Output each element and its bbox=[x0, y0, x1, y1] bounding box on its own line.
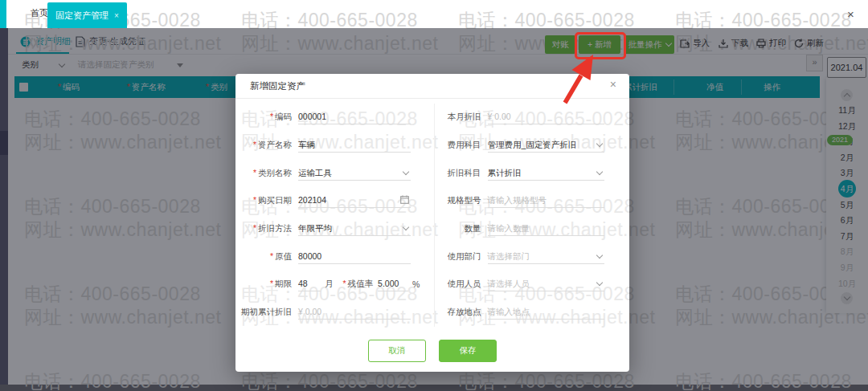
field-row-monthly-depreciation: 本月折旧¥ 0.00 bbox=[441, 104, 630, 132]
window-close-icon[interactable]: × bbox=[847, 7, 854, 21]
modal-title: 新增固定资产 bbox=[235, 74, 629, 99]
field-label-spec-model: 规格型号 bbox=[441, 195, 481, 206]
field-row-original-value: *原值80000 bbox=[240, 242, 434, 271]
modal-close-icon[interactable]: × bbox=[610, 79, 616, 90]
field-label-asset-name: *资产名称 bbox=[240, 140, 292, 151]
input-code[interactable]: 000001 bbox=[298, 110, 411, 124]
input-asset-name[interactable]: 车辆 bbox=[298, 138, 411, 153]
tab-label: 固定资产管理 bbox=[55, 10, 108, 22]
corner-accent bbox=[0, 0, 6, 28]
watermark-text: 电话：400-665-0028 bbox=[458, 369, 629, 372]
field-label-term: *期限 bbox=[240, 279, 292, 290]
field-label-expense-account: 费用科目 bbox=[441, 140, 481, 151]
field-label-initial-accumulated-depreciation: 期初累计折旧 bbox=[240, 307, 292, 318]
input-residual-rate[interactable]: 5.000 bbox=[378, 277, 408, 291]
chevron-down-icon bbox=[596, 252, 602, 259]
input-location[interactable]: 请输入地点 bbox=[488, 305, 604, 320]
field-label-location: 存放地点 bbox=[441, 307, 481, 318]
field-row-depreciation-account: 折旧科目累计折旧 bbox=[441, 159, 630, 187]
tab-fixed-asset-management[interactable]: 固定资产管理 × bbox=[47, 2, 127, 28]
watermark-text: 电话：400-665-0028 bbox=[241, 369, 418, 372]
input-monthly-depreciation[interactable]: ¥ 0.00 bbox=[488, 110, 604, 124]
cancel-button[interactable]: 取消 bbox=[368, 340, 426, 362]
input-depreciation-account[interactable]: 累计折旧 bbox=[488, 166, 604, 181]
field-row-code: *编码000001 bbox=[240, 104, 434, 132]
field-label-monthly-depreciation: 本月折旧 bbox=[441, 112, 481, 123]
calendar-icon bbox=[400, 195, 409, 204]
term-unit: 月 bbox=[325, 279, 334, 290]
input-purchase-date[interactable]: 202104 bbox=[298, 193, 411, 208]
field-row-category-name: *类别名称运输工具 bbox=[240, 159, 434, 187]
field-label-depreciation-method: *折旧方法 bbox=[240, 223, 292, 234]
field-row-term: *期限 48 月 *残值率 5.000 % bbox=[240, 271, 434, 299]
input-original-value[interactable]: 80000 bbox=[298, 250, 411, 264]
input-quantity[interactable]: 请输入数量 bbox=[488, 222, 604, 236]
field-label-purchase-date: *购买日期 bbox=[240, 195, 292, 206]
field-row-department: 使用部门请选择部门 bbox=[441, 242, 630, 271]
field-row-asset-name: *资产名称车辆 bbox=[240, 132, 434, 160]
chevron-down-icon bbox=[596, 279, 602, 286]
input-initial-accumulated-depreciation[interactable]: ¥ 0.00 bbox=[298, 305, 411, 320]
field-row-purchase-date: *购买日期202104 bbox=[240, 187, 434, 215]
chevron-down-icon bbox=[596, 168, 602, 174]
tab-home[interactable]: 首页 bbox=[31, 7, 48, 19]
input-category-name[interactable]: 运输工具 bbox=[298, 166, 411, 181]
chevron-down-icon bbox=[403, 168, 409, 174]
input-department[interactable]: 请选择部门 bbox=[488, 250, 604, 264]
chevron-down-icon bbox=[596, 141, 602, 147]
field-row-expense-account: 费用科目管理费用_固定资产折旧 bbox=[441, 132, 630, 160]
residual-rate-unit: % bbox=[412, 279, 420, 289]
field-label-code: *编码 bbox=[240, 112, 292, 123]
input-depreciation-method[interactable]: 年限平均 bbox=[298, 222, 411, 236]
field-label-user: 使用人员 bbox=[441, 279, 481, 290]
tab-close-icon[interactable]: × bbox=[114, 11, 119, 20]
input-expense-account[interactable]: 管理费用_固定资产折旧 bbox=[488, 138, 604, 153]
field-row-quantity: 数量请输入数量 bbox=[441, 215, 630, 243]
app-root: 首页 固定资产管理 × × 资产明细 变更·生成凭证 类别 请选择固定 bbox=[0, 0, 868, 391]
add-fixed-asset-modal: 电话：400-665-0028网址：www.chanjet.net电话：400-… bbox=[235, 74, 629, 372]
input-spec-model[interactable]: 请输入规格型号 bbox=[488, 193, 604, 208]
save-button[interactable]: 保存 bbox=[439, 340, 497, 362]
field-row-depreciation-method: *折旧方法年限平均 bbox=[240, 215, 434, 243]
input-term[interactable]: 48 bbox=[298, 277, 321, 291]
field-label-original-value: *原值 bbox=[240, 251, 292, 263]
field-label-depreciation-account: 折旧科目 bbox=[441, 168, 481, 179]
input-user[interactable]: 请选择人员 bbox=[488, 277, 604, 291]
top-tab-bar bbox=[0, 0, 868, 28]
field-label-residual-rate: *残值率 bbox=[343, 279, 374, 290]
field-row-location: 存放地点请输入地点 bbox=[441, 299, 630, 327]
field-label-category-name: *类别名称 bbox=[240, 168, 292, 179]
field-row-user: 使用人员请选择人员 bbox=[441, 271, 630, 299]
field-label-department: 使用部门 bbox=[441, 251, 481, 263]
chevron-down-icon bbox=[403, 224, 409, 230]
field-row-spec-model: 规格型号请输入规格型号 bbox=[441, 187, 630, 215]
field-label-quantity: 数量 bbox=[441, 223, 481, 234]
field-row-initial-accumulated-depreciation: 期初累计折旧¥ 0.00 bbox=[240, 299, 434, 327]
